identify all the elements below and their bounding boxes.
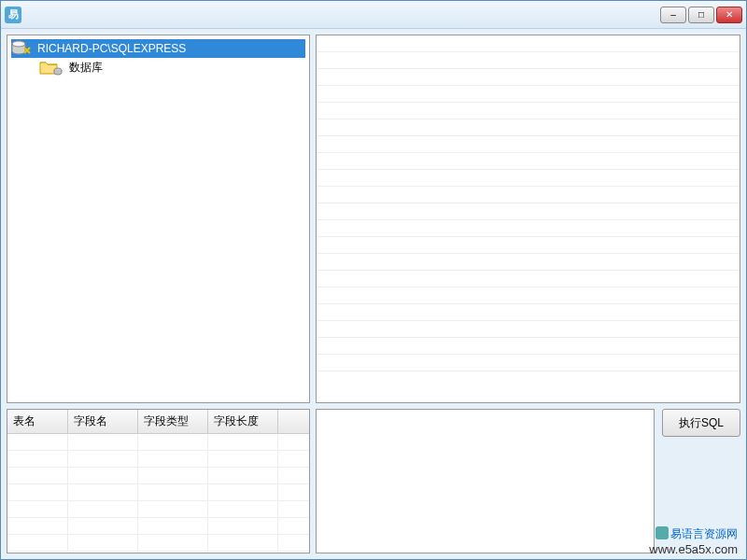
- list-row: [317, 271, 740, 287]
- list-row: [317, 35, 740, 52]
- app-icon: 易: [5, 7, 21, 23]
- table-row: [7, 501, 309, 518]
- client-area: RICHARD-PC\SQLEXPRESS 数据库: [1, 29, 746, 559]
- tree-node-databases[interactable]: 数据库: [39, 58, 305, 77]
- tree-label-databases: 数据库: [67, 59, 105, 77]
- list-row: [317, 153, 740, 170]
- list-row: [317, 170, 740, 187]
- list-row: [317, 254, 740, 271]
- table-header: 表名 字段名 字段类型 字段长度: [7, 410, 309, 434]
- list-row: [317, 136, 740, 153]
- list-row: [317, 69, 740, 86]
- list-row: [317, 321, 740, 338]
- list-row: [317, 220, 740, 237]
- list-row: [317, 103, 740, 119]
- folder-database-icon: [39, 59, 63, 76]
- list-row: [317, 304, 740, 321]
- list-row: [317, 52, 740, 69]
- table-row: [7, 451, 309, 468]
- col-field-type[interactable]: 字段类型: [138, 410, 208, 433]
- minimize-button[interactable]: –: [660, 7, 686, 23]
- list-row: [317, 237, 740, 254]
- server-tree[interactable]: RICHARD-PC\SQLEXPRESS 数据库: [7, 35, 310, 403]
- app-window: 易 – □ ✕ RICHARD-PC\SQLEXPRESS: [0, 0, 747, 560]
- col-table-name[interactable]: 表名: [7, 410, 68, 433]
- list-row: [317, 355, 740, 371]
- results-list[interactable]: [316, 35, 740, 403]
- list-row: [317, 187, 740, 203]
- table-row: [7, 518, 309, 535]
- maximize-button[interactable]: □: [688, 7, 714, 23]
- tree-node-server[interactable]: RICHARD-PC\SQLEXPRESS: [11, 39, 305, 58]
- list-row: [317, 86, 740, 103]
- table-row: [7, 535, 309, 552]
- titlebar: 易 – □ ✕: [1, 1, 746, 29]
- schema-table[interactable]: 表名 字段名 字段类型 字段长度: [7, 409, 310, 553]
- execute-sql-button[interactable]: 执行SQL: [662, 409, 740, 437]
- table-row: [7, 468, 309, 484]
- list-row: [317, 338, 740, 355]
- window-controls: – □ ✕: [660, 7, 742, 23]
- list-row: [317, 287, 740, 304]
- col-field-name[interactable]: 字段名: [68, 410, 138, 433]
- close-button[interactable]: ✕: [716, 7, 742, 23]
- database-server-icon: [11, 40, 32, 57]
- table-body: [7, 434, 309, 553]
- list-row: [317, 119, 740, 136]
- tree-label-server: RICHARD-PC\SQLEXPRESS: [35, 41, 188, 56]
- table-row: [7, 484, 309, 501]
- list-row: [317, 203, 740, 220]
- svg-point-1: [12, 41, 25, 47]
- col-field-length[interactable]: 字段长度: [208, 410, 278, 433]
- sql-input[interactable]: [316, 409, 655, 553]
- table-row: [7, 434, 309, 451]
- sql-area: 执行SQL: [316, 409, 740, 553]
- list-rows: [317, 35, 740, 402]
